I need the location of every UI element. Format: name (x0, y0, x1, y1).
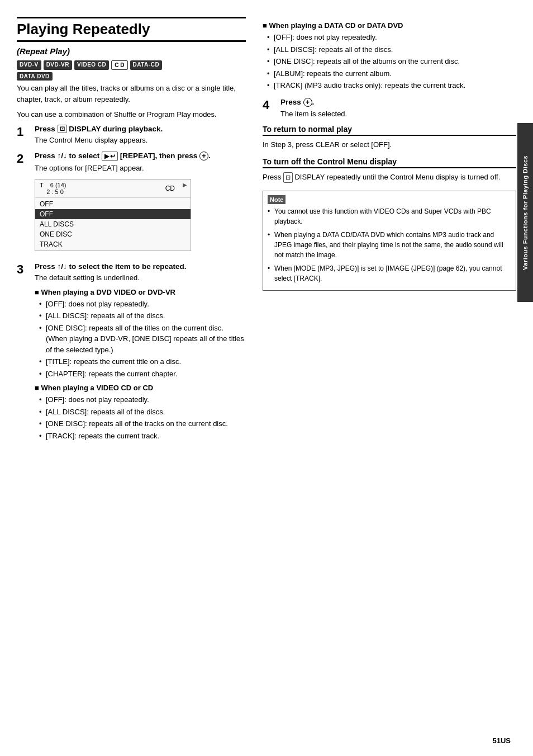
video-cd-item-4: [TRACK]: repeats the current track. (39, 431, 246, 442)
dvd-item-3: [ONE DISC]: repeats all of the titles on… (39, 323, 246, 356)
step-4-number: 4 (263, 98, 278, 112)
menu-item-all-discs: ALL DISCS (35, 219, 191, 229)
step-4-desc: The item is selected. (280, 108, 516, 120)
data-cd-item-4: [ALBUM]: repeats the current album. (267, 68, 516, 79)
step-1-desc: The Control Menu display appears. (35, 135, 246, 146)
data-cd-item-3: [ONE DISC]: repeats all of the albums on… (267, 56, 516, 67)
step-2-content: Press ↑/↓ to select ▶↩ [REPEAT], then pr… (35, 152, 246, 257)
display-icon-1: ⊡ (58, 125, 67, 133)
intro-text-1: You can play all the titles, tracks or a… (17, 83, 246, 105)
sidebar-text: Various Functions for Playing Discs (522, 155, 529, 270)
data-cd-item-2: [ALL DISCS]: repeats all of the discs. (267, 44, 516, 55)
data-cd-item-1: [OFF]: does not play repeatedly. (267, 32, 516, 43)
badge-data-dvd: DATA DVD (17, 72, 53, 81)
display-cd-label: CD (165, 185, 175, 192)
display-box: T 6 (14) 2 : 5 0 CD OFF OFF ALL DISCS ON… (35, 179, 191, 251)
video-cd-list: [OFF]: does not play repeatedly. [ALL DI… (39, 394, 246, 441)
badge-dvd-v: DVD-V (17, 60, 41, 70)
dvd-item-5: [CHAPTER]: repeats the current chapter. (39, 368, 246, 380)
step-4: 4 Press +. The item is selected. (263, 98, 516, 120)
badge-data-cd: DATA-CD (130, 60, 163, 70)
return-normal-desc: In Step 3, press CLEAR or select [OFF]. (263, 139, 516, 150)
step-3-content: Press ↑/↓ to select the item to be repea… (35, 262, 246, 442)
dvd-item-1: [OFF]: does not play repeatedly. (39, 299, 246, 310)
step-2-number: 2 (17, 152, 32, 166)
dvd-list: [OFF]: does not play repeatedly. [ALL DI… (39, 299, 246, 380)
dvd-section-heading: ■ When playing a DVD VIDEO or DVD-VR (35, 288, 246, 296)
step-1-number: 1 (17, 125, 32, 139)
video-cd-item-2: [ALL DISCS]: repeats all of the discs. (39, 407, 246, 418)
badge-row: DVD-V DVD-VR VIDEO CD C D DATA-CD (17, 60, 246, 70)
step-2-desc: The options for [REPEAT] appear. (35, 163, 246, 174)
step-4-title: Press +. (280, 98, 516, 107)
page-number: 51US (492, 736, 511, 745)
enter-btn-4: + (303, 98, 312, 107)
badge-row-2: DATA DVD (17, 72, 246, 81)
menu-item-off-selected: OFF (35, 209, 191, 219)
note-label: Note (268, 195, 285, 205)
step-1-title: Press ⊡ DISPLAY during playback. (35, 125, 246, 134)
video-cd-item-3: [ONE DISC]: repeats all of the tracks on… (39, 418, 246, 429)
dvd-item-2: [ALL DISCS]: repeats all of the discs. (39, 310, 246, 322)
note-item-1: You cannot use this function with VIDEO … (268, 206, 511, 226)
step-3-number: 3 (17, 262, 32, 277)
turn-off-menu-desc: Press ⊡ DISPLAY repeatedly until the Con… (263, 172, 516, 183)
page: Playing Repeatedly (Repeat Play) DVD-V D… (0, 0, 533, 756)
display-icon-2: ⊡ (283, 172, 293, 183)
subtitle: (Repeat Play) (17, 46, 246, 56)
note-list: You cannot use this function with VIDEO … (268, 206, 511, 284)
menu-item-off-top: OFF (35, 199, 191, 209)
dvd-item-4: [TITLE]: repeats the current title on a … (39, 356, 246, 367)
data-cd-list: [OFF]: does not play repeatedly. [ALL DI… (267, 32, 516, 91)
step-2-title: Press ↑/↓ to select ▶↩ [REPEAT], then pr… (35, 152, 246, 161)
badge-dvd-vr: DVD-VR (44, 60, 72, 70)
step-1: 1 Press ⊡ DISPLAY during playback. The C… (17, 125, 246, 146)
display-track-info: T 6 (14) 2 : 5 0 (40, 182, 66, 195)
note-item-3: When [MODE (MP3, JPEG)] is set to [IMAGE… (268, 263, 511, 284)
note-item-2: When playing a DATA CD/DATA DVD which co… (268, 230, 511, 260)
data-cd-item-5: [TRACK] (MP3 audio tracks only): repeats… (267, 80, 516, 91)
enter-btn-2: + (199, 152, 208, 160)
step-1-content: Press ⊡ DISPLAY during playback. The Con… (35, 125, 246, 146)
note-box: Note You cannot use this function with V… (263, 191, 516, 291)
data-cd-section-heading: ■ When playing a DATA CD or DATA DVD (263, 21, 516, 30)
page-title: Playing Repeatedly (17, 17, 246, 42)
repeat-icon: ▶↩ (102, 152, 118, 161)
display-box-top: T 6 (14) 2 : 5 0 CD (35, 179, 191, 198)
step-3-title: Press ↑/↓ to select the item to be repea… (35, 262, 246, 271)
left-column: Playing Repeatedly (Repeat Play) DVD-V D… (17, 17, 257, 739)
menu-item-track: TRACK (35, 239, 191, 249)
step-3: 3 Press ↑/↓ to select the item to be rep… (17, 262, 246, 442)
return-normal-title: To return to normal play (263, 125, 516, 136)
step-2: 2 Press ↑/↓ to select ▶↩ [REPEAT], then … (17, 152, 246, 257)
intro-text-2: You can use a combination of Shuffle or … (17, 109, 246, 120)
display-menu: OFF OFF ALL DISCS ONE DISC TRACK (35, 198, 191, 251)
sidebar-tab: Various Functions for Playing Discs (517, 123, 533, 302)
menu-item-one-disc: ONE DISC (35, 229, 191, 239)
step-4-content: Press +. The item is selected. (280, 98, 516, 120)
badge-cd: C D (111, 60, 127, 70)
video-cd-section-heading: ■ When playing a VIDEO CD or CD (35, 384, 246, 392)
badge-video-cd: VIDEO CD (74, 60, 109, 70)
right-column: ■ When playing a DATA CD or DATA DVD [OF… (257, 17, 516, 739)
turn-off-menu-title: To turn off the Control Menu display (263, 157, 516, 168)
step-3-desc: The default setting is underlined. (35, 272, 246, 284)
video-cd-item-1: [OFF]: does not play repeatedly. (39, 394, 246, 405)
